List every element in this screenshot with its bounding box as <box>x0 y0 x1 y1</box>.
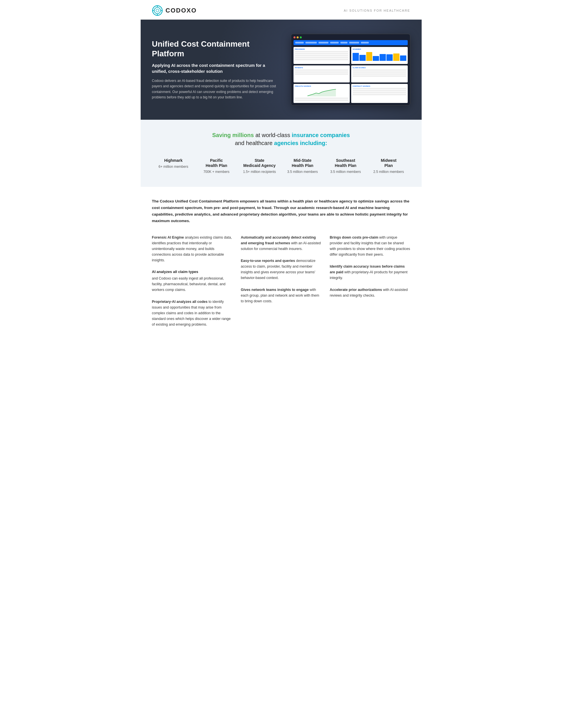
client-southeast: SoutheastHealth Plan 3.5 million members <box>324 155 367 177</box>
table-row <box>352 92 406 93</box>
table-row <box>352 90 406 91</box>
bar-5 <box>379 54 386 61</box>
table-row <box>352 88 406 89</box>
mockup-body: PROVIDERS SCHEMES <box>293 47 408 103</box>
headline-at: at world-class <box>256 132 292 138</box>
client-members: 6+ million members <box>154 165 193 169</box>
dashboard-mockup: PROVIDERS SCHEMES <box>291 34 410 106</box>
feature-accelerate-auth: Accelerate prior authorizations with AI-… <box>330 287 410 298</box>
client-members: 2.5 million members <box>369 170 408 174</box>
headline-agencies: agencies including: <box>274 140 327 146</box>
minimize-dot <box>296 36 298 38</box>
feature-title: AI analyzes all claim types <box>152 269 233 274</box>
feature-claim-accuracy: Identify claim accuracy issues before cl… <box>330 264 410 281</box>
feature-ai-claim-types: AI analyzes all claim types and Codoxo c… <box>152 269 233 293</box>
client-highmark: Highmark 6+ million members <box>152 155 195 177</box>
hero-image: PROVIDERS SCHEMES <box>291 34 410 106</box>
bar-6 <box>386 54 393 61</box>
mockup-titlebar <box>293 36 408 38</box>
table-row <box>295 59 348 60</box>
client-members: 3.5 million members <box>283 170 322 174</box>
hero-content: Unified Cost Containment Platform Applyi… <box>152 39 280 100</box>
preauth-chart <box>295 88 348 96</box>
preauth-savings-title: PREAUTH SAVINGS <box>295 85 348 87</box>
providers-title: PROVIDERS <box>295 48 348 50</box>
table-row <box>295 98 348 99</box>
nav-item-logo <box>295 42 304 44</box>
feature-reports: Easy-to-use reports and queries democrat… <box>241 258 321 281</box>
bar-8 <box>400 55 406 61</box>
svg-point-4 <box>157 14 158 15</box>
table-row <box>352 94 406 95</box>
hero-body: Codoxo delivers an AI-based fraud detect… <box>152 78 280 100</box>
table-row <box>295 69 348 71</box>
table-row <box>352 71 406 73</box>
client-state-medicaid: StateMedicaid Agency 1.5+ million recipi… <box>238 155 281 177</box>
clients-section: Saving millions at world-class insurance… <box>141 120 422 187</box>
logo-area: CODOXO <box>152 5 197 16</box>
feature-network-insights-text: Gives network teams insights to engage w… <box>241 287 321 304</box>
hero-section: Unified Cost Containment Platform Applyi… <box>141 20 422 120</box>
client-name: StateMedicaid Agency <box>241 158 279 168</box>
client-name: SoutheastHealth Plan <box>326 158 365 168</box>
feature-col-3: Brings down costs pre-claim with unique … <box>330 235 410 334</box>
svg-point-6 <box>161 10 162 11</box>
headline-saving: Saving millions <box>212 132 256 138</box>
patients-panel: PATIENTS <box>293 65 350 82</box>
table-row <box>352 75 406 77</box>
claim-scores-panel: CLAIM SCORES <box>351 65 408 82</box>
client-name: PacificHealth Plan <box>197 158 236 168</box>
nav-item-4 <box>340 42 347 44</box>
nav-item-6 <box>361 42 369 44</box>
schemes-bars <box>352 51 406 61</box>
table-row <box>295 100 348 101</box>
nav-item-1 <box>305 42 317 44</box>
feature-network-insights: Gives network teams insights to engage w… <box>241 287 321 304</box>
client-name: Mid-StateHealth Plan <box>283 158 322 168</box>
bar-3 <box>366 52 372 61</box>
feature-col-2: Automatically and accurately detect exis… <box>241 235 321 334</box>
client-members: 1.5+ million recipients <box>241 170 279 174</box>
codoxo-logo-icon <box>152 5 163 16</box>
client-pacific: PacificHealth Plan 700K + members <box>195 155 238 177</box>
feature-body: and Codoxo can easily ingest all profess… <box>152 276 233 293</box>
client-midstate: Mid-StateHealth Plan 3.5 million members <box>281 155 324 177</box>
bar-1 <box>352 53 359 61</box>
headline-insurance: insurance companies <box>292 132 350 138</box>
feature-reports-text: Easy-to-use reports and queries democrat… <box>241 258 321 281</box>
features-grid: Forensic AI Engine analyzes existing cla… <box>152 235 410 334</box>
table-row <box>295 51 348 52</box>
close-dot <box>293 36 295 38</box>
maximize-dot <box>300 36 302 38</box>
table-row <box>352 69 406 71</box>
table-row <box>295 57 348 58</box>
feature-auto-detect-text: Automatically and accurately detect exis… <box>241 235 321 252</box>
header: CODOXO AI SOLUTIONS FOR HEALTHCARE <box>141 0 422 20</box>
svg-point-5 <box>153 10 154 11</box>
bar-4 <box>373 56 379 61</box>
clients-headline: Saving millions at world-class insurance… <box>152 131 410 147</box>
intro-paragraph: The Codoxo Unified Cost Containment Plat… <box>152 198 410 224</box>
feature-brings-down-costs: Brings down costs pre-claim with unique … <box>330 235 410 257</box>
hero-title: Unified Cost Containment Platform <box>152 39 280 58</box>
client-members: 700K + members <box>197 170 236 174</box>
nav-item-5 <box>349 42 359 44</box>
nav-item-3 <box>330 42 339 44</box>
feature-col-1: Forensic AI Engine analyzes existing cla… <box>152 235 233 334</box>
feature-proprietary-ai: Proprietary-AI analyzes all codes to ide… <box>152 299 233 327</box>
hero-subtitle: Applying AI across the cost containment … <box>152 62 280 74</box>
schemes-title: SCHEMES <box>352 48 406 50</box>
mockup-nav <box>293 40 408 45</box>
schemes-panel: SCHEMES <box>351 47 408 64</box>
preauth-savings-panel: PREAUTH SAVINGS <box>293 84 350 103</box>
nav-item-2 <box>318 42 328 44</box>
feature-claim-accuracy-text: Identify claim accuracy issues before cl… <box>330 264 410 281</box>
feature-brings-down-costs-text: Brings down costs pre-claim with unique … <box>330 235 410 257</box>
table-row <box>352 73 406 75</box>
header-tagline: AI SOLUTIONS FOR HEALTHCARE <box>344 9 410 12</box>
client-name: Highmark <box>154 158 193 163</box>
clients-grid: Highmark 6+ million members PacificHealt… <box>152 155 410 177</box>
table-row <box>295 73 348 75</box>
client-name: MidwestPlan <box>369 158 408 168</box>
client-members: 3.5 million members <box>326 170 365 174</box>
